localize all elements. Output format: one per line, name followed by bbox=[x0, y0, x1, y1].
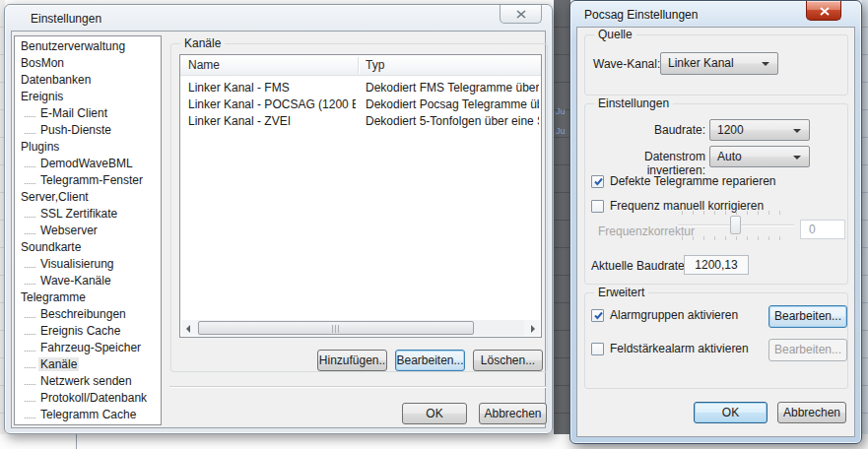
alarm-groups-checkbox[interactable] bbox=[591, 309, 604, 322]
manual-frequency-checkbox[interactable] bbox=[591, 200, 604, 213]
repair-telegrams-label[interactable]: Defekte Telegramme reparieren bbox=[610, 174, 776, 189]
sidebar-item-webserver[interactable]: Webserver bbox=[15, 223, 161, 239]
sidebar-item-telegramme[interactable]: Telegramme bbox=[15, 289, 161, 306]
cancel-button[interactable]: Abbrechen bbox=[777, 402, 846, 423]
sidebar-item-kanaele[interactable]: Kanäle bbox=[15, 356, 161, 373]
close-icon[interactable] bbox=[806, 1, 841, 21]
chevron-down-icon bbox=[762, 62, 769, 66]
settings-dialog-titlebar[interactable]: Einstellungen bbox=[5, 5, 552, 31]
edit-channel-button[interactable]: Bearbeiten... bbox=[395, 350, 465, 371]
cancel-button[interactable]: Abbrechen bbox=[479, 403, 547, 424]
tree-connector bbox=[25, 180, 35, 184]
check-icon bbox=[593, 176, 604, 187]
sidebar-item-beschreibungen[interactable]: Beschreibungen bbox=[15, 306, 161, 323]
delete-channel-button[interactable]: Löschen... bbox=[473, 350, 543, 371]
slider-ticks bbox=[682, 236, 790, 240]
add-channel-button[interactable]: Hinzufügen.. bbox=[317, 350, 387, 371]
sidebar-item-protokoll-datenbank[interactable]: Protokoll/Datenbank bbox=[15, 390, 161, 407]
table-row[interactable]: Linker Kanal - ZVEI Dekodiert 5-Tonfolge… bbox=[180, 113, 541, 130]
pocsag-dialog-body: Quelle Wave-Kanal: Linker Kanal Einstell… bbox=[576, 27, 855, 437]
pocsag-dialog: Pocsag Einstellungen Quelle Wave-Kanal: … bbox=[569, 0, 862, 444]
tree-connector bbox=[25, 398, 35, 402]
background-grid-line bbox=[76, 434, 77, 449]
sidebar-item-datenbanken[interactable]: Datenbanken bbox=[15, 72, 161, 89]
chevron-down-icon bbox=[793, 129, 801, 133]
alarm-groups-label[interactable]: Alarmgruppen aktivieren bbox=[610, 308, 738, 323]
sidebar-item-visualisierung[interactable]: Visualisierung bbox=[15, 256, 161, 273]
settings-tree: Benutzerverwaltung BosMon Datenbanken Er… bbox=[14, 35, 162, 425]
scroll-left-icon[interactable] bbox=[181, 320, 197, 336]
sidebar-item-ereignis-cache[interactable]: Ereignis Cache bbox=[15, 323, 161, 340]
pocsag-dialog-titlebar[interactable]: Pocsag Einstellungen bbox=[570, 1, 861, 27]
field-strength-alarm-label[interactable]: Feldstärkealarm aktivieren bbox=[610, 342, 749, 356]
tree-connector bbox=[25, 364, 35, 368]
sidebar-item-demodwavebml[interactable]: DemodWaveBML bbox=[15, 156, 161, 172]
footer-separator bbox=[169, 386, 547, 388]
tree-connector bbox=[25, 381, 35, 385]
wave-channel-label: Wave-Kanal: bbox=[593, 57, 660, 71]
slider-ticks bbox=[682, 211, 790, 215]
ok-button[interactable]: OK bbox=[402, 403, 467, 424]
tree-connector bbox=[25, 415, 35, 418]
channels-groupbox: Kanäle Name Typ Linker Kanal - FMS Dekod… bbox=[170, 43, 548, 372]
tree-connector bbox=[25, 230, 35, 234]
invert-datastream-label: Datenstrom invertieren: bbox=[585, 150, 705, 177]
background-strip-middle bbox=[554, 0, 570, 438]
pocsag-dialog-title: Pocsag Einstellungen bbox=[584, 8, 698, 22]
source-group-title: Quelle bbox=[594, 28, 636, 41]
desktop-background: Ju Ju Einstellungen Benutzerverwaltung B… bbox=[0, 0, 868, 449]
sidebar-item-telegramm-fenster[interactable]: Telegramm-Fenster bbox=[15, 172, 161, 189]
tree-connector bbox=[25, 214, 35, 218]
frequency-correction-slider bbox=[678, 209, 794, 242]
sidebar-item-wave-kanaele[interactable]: Wave-Kanäle bbox=[15, 273, 161, 289]
current-baudrate-value: 1200,13 bbox=[684, 255, 749, 275]
sidebar-item-bosmon[interactable]: BosMon bbox=[15, 55, 161, 72]
tree-connector bbox=[25, 314, 35, 318]
wave-channel-select[interactable]: Linker Kanal bbox=[660, 52, 778, 75]
baudrate-select[interactable]: 1200 bbox=[709, 119, 810, 141]
sidebar-item-server-client[interactable]: Server,Client bbox=[15, 189, 161, 206]
horizontal-scrollbar[interactable] bbox=[181, 320, 540, 336]
sidebar-item-ssl-zertifikate[interactable]: SSL Zertifikate bbox=[15, 206, 161, 223]
background-strip-right bbox=[862, 0, 868, 449]
table-row[interactable]: Linker Kanal - FMS Dekodiert FMS Telegra… bbox=[180, 80, 541, 96]
edit-alarm-groups-button[interactable]: Bearbeiten... bbox=[768, 305, 847, 328]
field-strength-alarm-checkbox[interactable] bbox=[591, 343, 604, 355]
sidebar-item-telegramm-cache[interactable]: Telegramm Cache bbox=[15, 407, 161, 423]
close-icon[interactable] bbox=[500, 5, 542, 24]
column-header-typ[interactable]: Typ bbox=[366, 58, 384, 72]
frequency-correction-value: 0 bbox=[800, 220, 845, 239]
tree-connector bbox=[25, 264, 35, 268]
settings-group-title: Einstellungen bbox=[594, 96, 673, 110]
tree-connector bbox=[25, 113, 35, 117]
table-row[interactable]: Linker Kanal - POCSAG (1200 Baud) Dekodi… bbox=[180, 96, 541, 113]
sidebar-item-soundkarte[interactable]: Soundkarte bbox=[15, 239, 161, 256]
column-header-name[interactable]: Name bbox=[188, 58, 220, 72]
settings-dialog: Einstellungen Benutzerverwaltung BosMon … bbox=[4, 4, 553, 434]
h-scrollbar-thumb[interactable] bbox=[198, 321, 474, 335]
sidebar-item-plugins[interactable]: Plugins bbox=[15, 139, 161, 156]
repair-telegrams-checkbox[interactable] bbox=[591, 175, 604, 188]
sidebar-item-benutzerverwaltung[interactable]: Benutzerverwaltung bbox=[15, 38, 161, 55]
tree-connector bbox=[25, 281, 35, 285]
baudrate-label: Baudrate: bbox=[585, 123, 705, 137]
sidebar-item-netzwerk-senden[interactable]: Netzwerk senden bbox=[15, 373, 161, 390]
invert-datastream-select[interactable]: Auto bbox=[709, 146, 810, 167]
scroll-right-icon[interactable] bbox=[524, 320, 540, 336]
tree-connector bbox=[25, 130, 35, 134]
ok-button[interactable]: OK bbox=[694, 402, 768, 423]
channel-list: Name Typ Linker Kanal - FMS Dekodiert FM… bbox=[179, 54, 542, 338]
scrollbar-grip-icon bbox=[332, 325, 340, 333]
source-groupbox: Quelle Wave-Kanal: Linker Kanal bbox=[584, 34, 848, 96]
sidebar-item-ereignis[interactable]: Ereignis bbox=[15, 89, 161, 105]
sidebar-item-push-dienste[interactable]: Push-Dienste bbox=[15, 122, 161, 139]
sidebar-item-email-client[interactable]: E-Mail Client bbox=[15, 105, 161, 122]
column-separator[interactable] bbox=[358, 57, 359, 74]
channel-list-header: Name Typ bbox=[180, 55, 541, 76]
current-baudrate-label: Aktuelle Baudrate: bbox=[591, 259, 688, 273]
tree-connector bbox=[25, 331, 35, 335]
settings-dialog-title: Einstellungen bbox=[31, 12, 101, 26]
sidebar-item-fahrzeug-speicher[interactable]: Fahrzeug-Speicher bbox=[15, 340, 161, 356]
slider-thumb bbox=[730, 216, 741, 234]
background-text-fragment: Ju bbox=[556, 106, 566, 116]
